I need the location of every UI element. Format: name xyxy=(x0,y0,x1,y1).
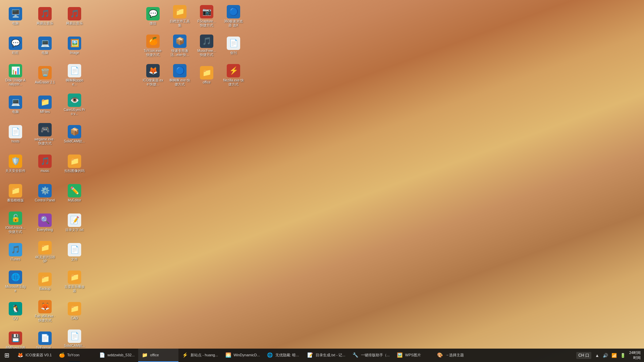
desktop-icon-icon-28[interactable]: 🌐 Microsoft Edge xyxy=(3,269,28,294)
desktop-icon-icon-14[interactable]: 🎮 wegame.exe · 快捷方式 xyxy=(33,121,57,147)
icon-label: 电脑 xyxy=(12,21,19,25)
desktop-icon-ri-6[interactable]: 📦 快速专用激活...exe·快... xyxy=(168,33,192,58)
icon-label: 快速专用激活...exe·快... xyxy=(169,49,191,57)
icon-image: 🗑️ xyxy=(38,66,52,79)
tray-network[interactable]: 📶 xyxy=(610,353,618,358)
desktop-icon-icon-30[interactable]: 📁 百度音乐播放器 xyxy=(62,269,87,294)
desktop-icon-icon-17[interactable]: 🎵 music xyxy=(33,151,57,176)
desktop-icon-icon-8[interactable]: 🗑️ AwEraser 2.1 xyxy=(33,62,57,88)
icon-label: 电脑 xyxy=(12,110,19,114)
icon-label: Image xyxy=(70,51,79,55)
icon-label: MFiles xyxy=(40,110,50,114)
taskbar-item-tb-7[interactable]: 🌐 无优隐藏: 暗... xyxy=(263,349,304,362)
taskbar-item-label: ToYcon xyxy=(67,353,79,357)
taskbar-item-tb-11[interactable]: 🎨 →选择主题 xyxy=(433,349,474,362)
taskbar-item-tb-2[interactable]: 🍊 ToYcon xyxy=(55,349,95,362)
desktop-icon-icon-11[interactable]: 📁 MFiles xyxy=(33,92,57,117)
desktop-icon-icon-7[interactable]: 📊 Disk Usage Analyzer... xyxy=(3,62,28,88)
desktop-icon-icon-19[interactable]: 📁 番茄模模版 xyxy=(3,180,28,206)
icon-image: 📁 xyxy=(68,302,81,315)
taskbar-item-tb-1[interactable]: 🦊 ICO搜索器 V0.1 xyxy=(13,349,55,362)
desktop-icon-ri-12[interactable]: ⚡ filezilla.exe·快捷方式 xyxy=(221,62,246,88)
icon-image: 💾 xyxy=(9,331,22,345)
desktop-icon-icon-23[interactable]: 🔍 Everything xyxy=(33,210,57,235)
desktop-icon-icon-13[interactable]: 📄 hosts xyxy=(3,121,28,147)
taskbar-item-icon: 📄 xyxy=(99,352,105,358)
icon-label: ICO搜索器.exe·快捷... xyxy=(142,78,164,86)
desktop-icon-icon-26[interactable]: 📁 4K无损片1080P xyxy=(33,239,57,265)
desktop-icon-ri-9[interactable]: 🦊 ICO搜索器.exe·快捷... xyxy=(141,62,165,88)
desktop-icon-icon-6[interactable]: 🖼️ Image xyxy=(62,33,87,58)
desktop-icon-icon-21[interactable]: ✏️ MyEditor xyxy=(62,180,87,206)
icon-image: 🔍 xyxy=(38,214,52,227)
desktop-icon-ri-11[interactable]: 📁 office xyxy=(195,62,219,88)
desktop-icon-icon-33[interactable]: 📁 CAD xyxy=(62,298,87,324)
desktop-icon-icon-24[interactable]: 📝 目录文字.txt xyxy=(62,210,87,235)
icon-label: 啊啊啊.exe·快捷方式 xyxy=(169,78,191,86)
icon-label: 旺旺 xyxy=(12,51,19,55)
desktop-icon-icon-32[interactable]: 🦊 Fab x64.exe · 快捷方式 xyxy=(33,298,57,324)
tray-sound[interactable]: 🔊 xyxy=(602,353,609,358)
system-clock[interactable]: 24时间 时间 xyxy=(629,350,641,361)
icon-label: AwEraser 2.1 xyxy=(35,80,55,84)
taskbar-item-tb-8[interactable]: 📝 目录生成.txt - 记... xyxy=(304,349,349,362)
desktop-icon-icon-1[interactable]: 🖥️ 电脑 xyxy=(3,3,28,29)
desktop-icon-icon-15[interactable]: 📦 SolidCAM软... xyxy=(62,121,87,147)
desktop-icon-icon-3[interactable]: 🎵 网易云音乐 xyxy=(62,3,87,29)
taskbar: ⊞ 🦊 ICO搜索器 V0.1 🍊 ToYcon 📄 wddzwlsb_532.… xyxy=(0,349,644,362)
taskbar-item-tb-10[interactable]: 🖼️ WPS图片 xyxy=(393,349,433,362)
icon-image: 🦊 xyxy=(146,64,160,77)
desktop-icon-ri-7[interactable]: 🎵 MusicFree...快捷方式 xyxy=(195,33,219,58)
desktop-icon-icon-9[interactable]: 📄 啊啊啊pppoe... xyxy=(62,62,87,88)
icon-image: 📄 xyxy=(38,331,52,345)
desktop-icon-icon-4[interactable]: 💬 旺旺 xyxy=(3,33,28,58)
icon-image: 📁 xyxy=(9,184,22,197)
desktop-icon-icon-29[interactable]: 📁 Backup xyxy=(33,269,57,294)
desktop-icon-ri-10[interactable]: 🔵 啊啊啊.exe·快捷方式 xyxy=(168,62,192,88)
desktop-icon-ri-2[interactable]: 📁 归档文件工具集 xyxy=(168,3,192,29)
taskbar-item-tb-3[interactable]: 📄 wddzwlsb_532... xyxy=(95,349,138,362)
taskbar-item-tb-6[interactable]: 🌅 WinDynamicD... xyxy=(221,349,263,362)
desktop-icon-ri-3[interactable]: 📷 FScapture...快捷方式 xyxy=(195,3,219,29)
icon-label: Everything xyxy=(37,228,53,232)
desktop-icon-icon-5[interactable]: 💻 电脑 xyxy=(33,33,57,58)
tray-battery[interactable]: 🔋 xyxy=(619,353,627,358)
icon-label: CAD xyxy=(71,316,78,320)
desktop-icon-icon-16[interactable]: 🛡️ 天天安全软件 xyxy=(3,151,28,176)
icon-image: 🐧 xyxy=(9,302,22,315)
desktop-icon-icon-10[interactable]: 💻 电脑 xyxy=(3,92,28,117)
taskbar-item-tb-9[interactable]: 🔧 一键排版助手（... xyxy=(349,349,393,362)
desktop-icon-icon-27[interactable]: 📄 文件 xyxy=(62,239,87,265)
icon-image: 🔵 xyxy=(227,5,240,18)
desktop-icon-icon-25[interactable]: 🎵 iTunes xyxy=(3,239,28,265)
taskbar-item-tb-4[interactable]: 📁 office xyxy=(138,349,178,362)
taskbar-item-icon: 📝 xyxy=(307,352,314,358)
icon-image: 📷 xyxy=(200,5,213,18)
desktop-icon-ri-8[interactable]: 📄 创刊 xyxy=(221,33,246,58)
icon-image: 🎵 xyxy=(9,243,22,256)
tray-arrow[interactable]: ▲ xyxy=(594,353,600,358)
desktop-icon-icon-12[interactable]: 👁️ CareUEyes Pro v... xyxy=(62,92,87,117)
icon-label: IObitUnlock...快捷方式 xyxy=(5,226,26,234)
icon-label: Backup xyxy=(39,287,50,291)
icon-image: 📁 xyxy=(200,66,213,79)
language-indicator[interactable]: CH 口 xyxy=(576,352,591,359)
desktop-icon-icon-31[interactable]: 🐧 QQ xyxy=(3,298,28,324)
icon-image: 📦 xyxy=(173,35,186,48)
icon-image: 📁 xyxy=(68,155,81,168)
desktop-icon-icon-20[interactable]: ⚙️ Control Panel xyxy=(33,180,57,206)
windows-icon: ⊞ xyxy=(4,352,9,359)
taskbar-item-label: 目录生成.txt - 记... xyxy=(316,353,345,358)
desktop-icon-icon-18[interactable]: 📁 扣扣图像的吗 xyxy=(62,151,87,176)
taskbar-item-label: wddzwlsb_532... xyxy=(107,353,135,357)
icon-label: 扣扣图像的吗 xyxy=(64,169,85,173)
start-button[interactable]: ⊞ xyxy=(0,349,13,362)
desktop-icon-ri-4[interactable]: 🔵 360极速浏览器 选X xyxy=(221,3,246,29)
icon-image: 📁 xyxy=(38,96,52,109)
desktop-icon-ri-1[interactable]: 💬 微信 xyxy=(141,3,165,29)
desktop-icon-icon-22[interactable]: 🔓 IObitUnlock...快捷方式 xyxy=(3,210,28,235)
desktop-icon-ri-5[interactable]: 🍊 ToYcon.exe·快捷方式 xyxy=(141,33,165,58)
desktop-icon-icon-2[interactable]: 🎵 网易云音乐 xyxy=(33,3,57,29)
taskbar-item-tb-5[interactable]: ⚡ 新站点 - huang... xyxy=(178,349,222,362)
taskbar-items: 🦊 ICO搜索器 V0.1 🍊 ToYcon 📄 wddzwlsb_532...… xyxy=(13,349,573,362)
